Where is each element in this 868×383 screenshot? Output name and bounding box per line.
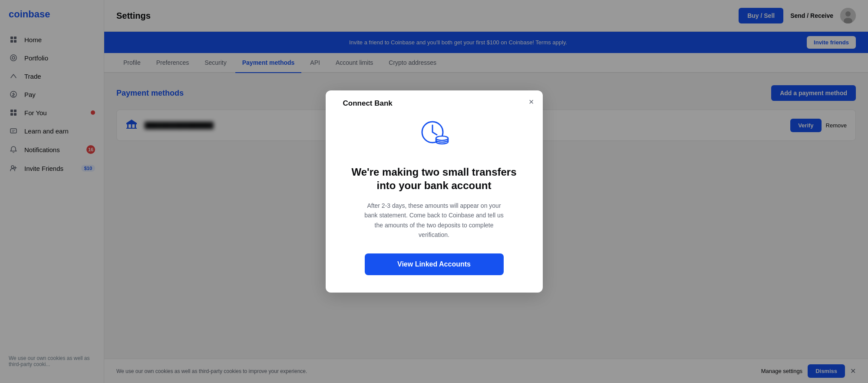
view-linked-accounts-button[interactable]: View Linked Accounts <box>365 253 504 275</box>
modal-heading: We're making two small transfers into yo… <box>343 165 525 192</box>
connect-bank-modal: Connect Bank × We're making two small tr… <box>326 90 543 293</box>
svg-point-25 <box>436 136 448 140</box>
modal-body-text: After 2-3 days, these amounts will appea… <box>360 201 508 240</box>
modal-close-button[interactable]: × <box>529 97 534 106</box>
modal-bank-clock-icon <box>417 117 452 153</box>
modal-title: Connect Bank <box>343 99 393 108</box>
modal-overlay[interactable]: Connect Bank × We're making two small tr… <box>0 0 868 383</box>
